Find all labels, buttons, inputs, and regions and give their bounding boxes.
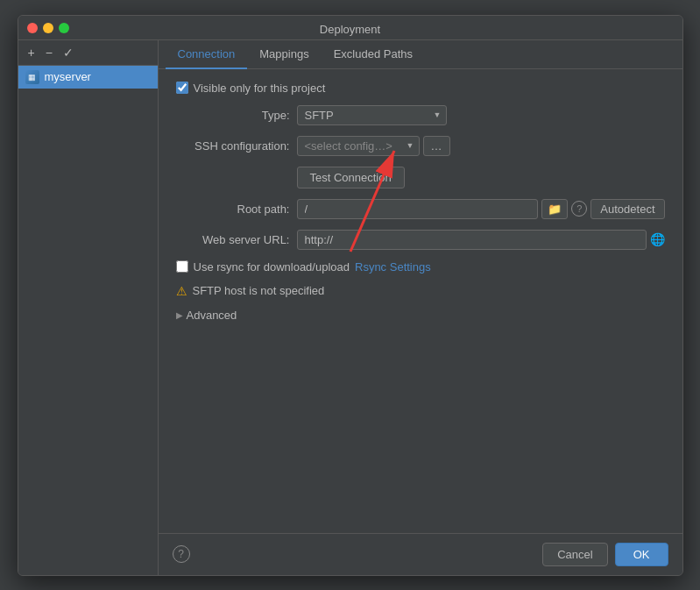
type-row: Type: SFTP FTP Local or mounted folder <box>176 105 665 125</box>
ssh-config-label: SSH configuration: <box>176 139 290 153</box>
root-path-folder-button[interactable]: 📁 <box>541 199 568 219</box>
warning-row: ⚠ SFTP host is not specified <box>176 284 665 298</box>
close-button[interactable] <box>27 23 38 33</box>
web-url-row: Web server URL: 🌐 <box>176 230 665 250</box>
web-url-input[interactable] <box>297 230 647 250</box>
ssh-browse-button[interactable]: … <box>423 136 450 156</box>
ssh-select-wrapper: <select config…> <box>297 136 420 156</box>
root-path-label: Root path: <box>176 203 290 216</box>
warning-icon: ⚠ <box>176 284 187 298</box>
root-path-help-icon[interactable]: ? <box>571 201 587 217</box>
root-path-group: 📁 ? Autodetect <box>297 199 665 219</box>
type-select[interactable]: SFTP FTP Local or mounted folder <box>297 105 447 125</box>
remove-server-button[interactable]: − <box>41 44 57 61</box>
rsync-row: Use rsync for download/upload Rsync Sett… <box>176 260 665 274</box>
title-bar: Deployment <box>18 16 682 40</box>
globe-icon: 🌐 <box>650 232 665 246</box>
type-label: Type: <box>176 109 290 122</box>
bottom-bar: ? Cancel OK <box>159 533 682 575</box>
sidebar-item-myserver[interactable]: ▦ myserver <box>18 66 158 89</box>
server-icon: ▦ <box>25 70 39 84</box>
visible-only-label: Visible only for this project <box>194 82 326 95</box>
confirm-button[interactable]: ✓ <box>59 44 78 61</box>
minimize-button[interactable] <box>43 23 53 33</box>
sidebar-item-label: myserver <box>45 70 91 83</box>
rsync-settings-link[interactable]: Rsync Settings <box>355 260 431 274</box>
advanced-row[interactable]: ▶ Advanced <box>176 309 665 322</box>
help-button[interactable]: ? <box>173 545 190 563</box>
web-url-label: Web server URL: <box>176 233 290 246</box>
type-control: SFTP FTP Local or mounted folder <box>297 105 665 125</box>
warning-text: SFTP host is not specified <box>193 284 325 297</box>
tab-excluded-paths[interactable]: Excluded Paths <box>322 40 425 69</box>
cancel-button[interactable]: Cancel <box>542 543 607 566</box>
maximize-button[interactable] <box>59 23 69 33</box>
ok-button[interactable]: OK <box>615 543 668 566</box>
visible-only-checkbox[interactable] <box>176 82 188 94</box>
tab-connection[interactable]: Connection <box>166 40 248 69</box>
root-path-input[interactable] <box>297 199 539 219</box>
test-connection-row: Test Connection <box>297 167 665 188</box>
rsync-label: Use rsync for download/upload <box>194 260 350 274</box>
web-url-group: 🌐 <box>297 230 665 250</box>
ssh-config-row: SSH configuration: <select config…> … <box>176 136 665 156</box>
autodetect-button[interactable]: Autodetect <box>590 199 664 219</box>
rsync-checkbox[interactable] <box>176 260 188 273</box>
ssh-config-control: <select config…> … <box>297 136 665 156</box>
ssh-config-select[interactable]: <select config…> <box>297 136 420 156</box>
connection-panel: Visible only for this project Type: SFTP… <box>159 69 682 533</box>
window-title: Deployment <box>320 23 380 36</box>
visible-only-row: Visible only for this project <box>176 82 665 95</box>
add-server-button[interactable]: + <box>24 44 39 61</box>
type-select-wrapper: SFTP FTP Local or mounted folder <box>297 105 447 125</box>
sidebar-toolbar: + − ✓ <box>18 40 158 66</box>
sidebar: + − ✓ ▦ myserver <box>18 40 159 575</box>
tab-bar: Connection Mappings Excluded Paths <box>159 40 682 69</box>
advanced-label: Advanced <box>187 309 237 322</box>
root-path-row: Root path: 📁 ? Autodetect <box>176 199 665 219</box>
bottom-buttons: Cancel OK <box>542 543 668 566</box>
advanced-chevron-icon: ▶ <box>176 310 183 320</box>
test-connection-button[interactable]: Test Connection <box>297 167 405 188</box>
right-panel: Connection Mappings Excluded Paths Visib… <box>159 40 682 575</box>
tab-mappings[interactable]: Mappings <box>247 40 321 69</box>
